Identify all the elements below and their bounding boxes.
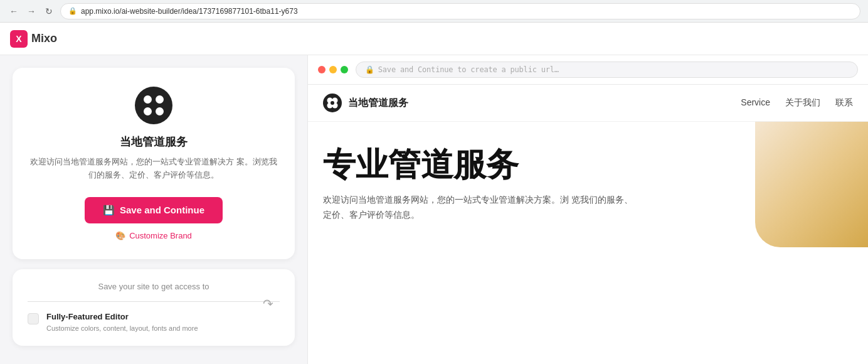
save-button-label: Save and Continue xyxy=(120,205,204,215)
circle-center xyxy=(151,102,157,109)
nav-link-contact[interactable]: 联系 xyxy=(835,97,853,109)
feature-checkbox xyxy=(28,313,39,324)
circle-3 xyxy=(144,107,152,115)
site-nav-name: 当地管道服务 xyxy=(348,97,408,110)
refresh-button[interactable]: ↻ xyxy=(43,5,55,18)
logo-letter: X xyxy=(16,34,21,44)
logo[interactable]: X Mixo xyxy=(10,30,57,48)
site-description: 欢迎访问当地管道服务网站，您的一站式专业管道解决方 案。浏览我们的服务、定价、客… xyxy=(28,156,280,182)
divider: ↷ xyxy=(28,301,280,302)
site-hero: 专业管道服务 欢迎访问当地管道服务网站，您的一站式专业管道解决方案。浏 览我们的… xyxy=(308,122,868,238)
feature-desc: Customize colors, content, layout, fonts… xyxy=(46,323,198,334)
url-placeholder: Save and Continue to create a public url… xyxy=(378,65,559,74)
traffic-light-green xyxy=(341,66,348,73)
forward-button[interactable]: → xyxy=(25,5,38,18)
logo-icon: X xyxy=(10,30,28,48)
arrow-icon: ↷ xyxy=(263,296,273,311)
website-preview: 当地管道服务 Service 关于我们 联系 专业管道服务 欢迎访问当地管道服务… xyxy=(308,85,868,364)
feature-title: Fully-Featured Editor xyxy=(46,312,198,321)
nav-logo-svg xyxy=(326,97,339,109)
divider-line xyxy=(28,301,280,302)
save-info-title: Save your site to get access to xyxy=(28,282,280,291)
url-text: app.mixo.io/ai-website-builder/idea/1737… xyxy=(81,7,298,16)
save-icon: 💾 xyxy=(103,205,115,216)
preview-url-bar: 🔒 Save and Continue to create a public u… xyxy=(356,62,858,78)
lock-icon: 🔒 xyxy=(68,7,77,15)
preview-card: 当地管道服务 欢迎访问当地管道服务网站，您的一站式专业管道解决方 案。浏览我们的… xyxy=(13,68,295,259)
customize-brand-button[interactable]: 🎨 Customize Brand xyxy=(115,231,192,240)
address-bar[interactable]: 🔒 app.mixo.io/ai-website-builder/idea/17… xyxy=(60,3,860,19)
nav-link-about[interactable]: 关于我们 xyxy=(785,97,820,109)
traffic-light-red xyxy=(318,66,326,73)
feature-content: Fully-Featured Editor Customize colors, … xyxy=(46,312,198,334)
traffic-light-yellow xyxy=(329,66,337,73)
svg-point-4 xyxy=(331,101,334,105)
save-continue-button[interactable]: 💾 Save and Continue xyxy=(85,197,223,223)
site-nav-links: Service 关于我们 联系 xyxy=(741,97,853,109)
right-panel: 🔒 Save and Continue to create a public u… xyxy=(307,55,868,364)
browser-chrome: ← → ↻ 🔒 app.mixo.io/ai-website-builder/i… xyxy=(0,0,868,23)
left-panel: 当地管道服务 欢迎访问当地管道服务网站，您的一站式专业管道解决方 案。浏览我们的… xyxy=(0,55,307,364)
main-layout: 当地管道服务 欢迎访问当地管道服务网站，您的一站式专业管道解决方 案。浏览我们的… xyxy=(0,55,868,364)
site-nav-logo: 当地管道服务 xyxy=(323,94,741,112)
site-icon xyxy=(135,87,172,124)
preview-browser-bar: 🔒 Save and Continue to create a public u… xyxy=(308,55,868,85)
customize-icon: 🎨 xyxy=(115,231,125,240)
back-button[interactable]: ← xyxy=(8,5,20,18)
nav-link-service[interactable]: Service xyxy=(741,97,770,109)
site-nav-icon xyxy=(323,94,342,112)
app-header: X Mixo xyxy=(0,23,868,55)
site-nav: 当地管道服务 Service 关于我们 联系 xyxy=(308,85,868,122)
circle-4 xyxy=(156,107,164,115)
four-circles-icon xyxy=(144,95,164,115)
hero-image xyxy=(755,122,868,247)
customize-label: Customize Brand xyxy=(129,231,192,240)
app-name: Mixo xyxy=(31,32,57,45)
feature-item: Fully-Featured Editor Customize colors, … xyxy=(28,312,280,334)
traffic-lights xyxy=(318,66,348,73)
site-name: 当地管道服务 xyxy=(120,134,188,149)
url-lock-icon: 🔒 xyxy=(365,65,374,74)
bottom-info-card: Save your site to get access to ↷ Fully-… xyxy=(13,269,295,346)
hero-description: 欢迎访问当地管道服务网站，您的一站式专业管道解决方案。浏 览我们的服务、定价、客… xyxy=(323,193,637,223)
